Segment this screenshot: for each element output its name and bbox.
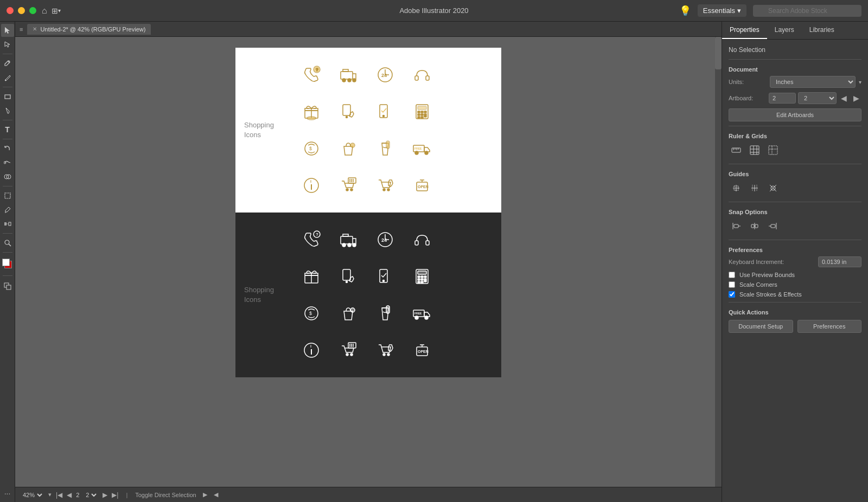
svg-rect-37 (418, 114, 420, 115)
toggle-direct-selection-label: Toggle Direct Selection (135, 492, 196, 498)
foreground-color[interactable] (2, 259, 10, 266)
nav-last-btn[interactable]: ▶| (112, 491, 118, 499)
nav-first-btn[interactable]: |◀ (56, 491, 62, 499)
zoom-tool[interactable] (1, 236, 14, 249)
guide-align-icon[interactable] (729, 181, 744, 197)
workspace-layout-icon[interactable]: ⊞ (52, 7, 58, 15)
panel-collapse-icon[interactable]: ≡ (20, 26, 23, 33)
pencil-tool[interactable] (1, 71, 14, 84)
more-tools-btn[interactable]: ··· (4, 489, 11, 498)
preferences-button[interactable]: Preferences (797, 320, 862, 333)
divider-2 (729, 126, 861, 126)
zoom-select[interactable]: 42% (21, 491, 44, 499)
essentials-button[interactable]: Essentials ▾ (698, 4, 746, 17)
use-preview-bounds-checkbox[interactable] (729, 272, 735, 278)
artboard-select[interactable]: 2 (84, 491, 98, 499)
icon-free-shipping: FREE (409, 136, 435, 162)
units-select[interactable]: Inches (770, 76, 856, 88)
home-icon[interactable]: ⌂ (42, 6, 47, 16)
direct-select-tool[interactable] (1, 38, 14, 51)
divider-5 (729, 240, 861, 240)
icon-headphone-dark (409, 227, 435, 253)
snap-right-icon[interactable] (765, 218, 781, 235)
document-tab[interactable]: ✕ Untitled-2* @ 42% (RGB/GPU Preview) (27, 24, 151, 35)
svg-rect-88 (424, 279, 426, 282)
toolbar-separator-2 (3, 87, 12, 87)
svg-point-54 (350, 189, 353, 191)
search-input[interactable] (753, 5, 861, 17)
pen-tool[interactable] (1, 57, 14, 70)
svg-point-27 (307, 117, 316, 120)
svg-rect-94 (386, 306, 390, 313)
scroll-left-icon[interactable]: ◀ (214, 491, 218, 498)
svg-rect-112 (732, 148, 741, 152)
tab-close-icon[interactable]: ✕ (33, 26, 37, 32)
scale-strokes-effects-checkbox[interactable] (729, 291, 735, 298)
svg-point-109 (387, 353, 390, 356)
fullscreen-button[interactable] (29, 7, 36, 14)
svg-rect-84 (421, 276, 423, 278)
knife-tool[interactable] (1, 104, 14, 117)
learn-icon[interactable]: 💡 (679, 5, 691, 17)
edit-artboards-button[interactable]: Edit Artboards (729, 108, 861, 121)
warp-tool[interactable] (1, 156, 14, 169)
svg-rect-16 (343, 69, 348, 72)
svg-point-69 (353, 243, 356, 247)
app-title: Adobe Illustrator 2020 (399, 7, 468, 15)
svg-point-80 (383, 280, 385, 282)
svg-point-96 (415, 316, 418, 319)
icon-sync-money: $ (298, 136, 324, 162)
svg-rect-77 (343, 269, 350, 280)
guide-snap-icon[interactable] (765, 181, 781, 197)
panel-body: No Selection Document Units: Inches ▾ Ar… (722, 40, 868, 502)
snap-center-icon[interactable] (747, 218, 762, 235)
grid-lines-icon[interactable] (765, 143, 781, 159)
blend-tool[interactable] (1, 217, 14, 230)
stroke-none-icon[interactable] (1, 280, 14, 293)
undo-tool[interactable] (1, 142, 14, 155)
eyedropper-tool[interactable] (1, 203, 14, 216)
rectangle-tool[interactable] (1, 90, 14, 103)
tab-properties[interactable]: Properties (722, 22, 767, 39)
nav-next-btn[interactable]: ▶ (103, 491, 107, 499)
workspace-chevron-icon[interactable]: ▾ (58, 8, 61, 14)
nav-prev-btn[interactable]: ◀ (67, 491, 72, 499)
artboard-select-panel[interactable]: 2 (798, 92, 837, 104)
scroll-thumb[interactable] (715, 37, 722, 69)
document-setup-button[interactable]: Document Setup (729, 320, 793, 333)
close-button[interactable] (7, 7, 14, 14)
shape-builder-tool[interactable] (1, 170, 14, 183)
svg-point-44 (350, 143, 355, 147)
icon-free-shipping-dark: FREE (409, 300, 435, 326)
svg-text:FREE: FREE (414, 147, 422, 150)
toggle-arrow-icon[interactable]: ▶ (203, 491, 207, 498)
svg-rect-66 (343, 234, 348, 236)
zoom-chevron-icon[interactable]: ▾ (48, 491, 52, 498)
minimize-button[interactable] (18, 7, 25, 14)
icon-shopping-bag-dark (335, 300, 361, 326)
vertical-scrollbar[interactable] (715, 37, 722, 487)
artboard-prev-btn[interactable]: ◀ (839, 93, 849, 104)
scale-corners-checkbox[interactable] (729, 281, 735, 288)
artboard-white-label: ShoppingIcons (244, 120, 288, 140)
svg-rect-15 (341, 72, 353, 79)
select-tool[interactable] (1, 24, 14, 37)
tab-libraries[interactable]: Libraries (802, 22, 842, 39)
ruler-icon[interactable] (729, 143, 744, 159)
guide-distribute-icon[interactable] (747, 181, 762, 197)
svg-rect-40 (418, 117, 420, 118)
color-boxes[interactable] (1, 258, 14, 271)
icon-sync-money-dark: $ (298, 300, 324, 326)
artboard-input[interactable] (769, 93, 796, 104)
rectangle-tool-2[interactable] (1, 189, 14, 202)
svg-rect-34 (418, 111, 420, 113)
artboard-next-btn[interactable]: ▶ (851, 93, 861, 104)
snap-left-icon[interactable] (729, 218, 744, 235)
tab-layers[interactable]: Layers (767, 22, 802, 39)
keyboard-increment-input[interactable] (818, 256, 861, 267)
grid-dots-icon[interactable] (747, 143, 762, 159)
canvas-content[interactable]: ShoppingIcons ? (15, 37, 722, 487)
status-bar: 42% ▾ |◀ ◀ 2 2 ▶ ▶| | Toggle Direct Sele… (15, 487, 722, 502)
svg-rect-28 (343, 105, 350, 115)
text-tool[interactable]: T (1, 123, 14, 136)
